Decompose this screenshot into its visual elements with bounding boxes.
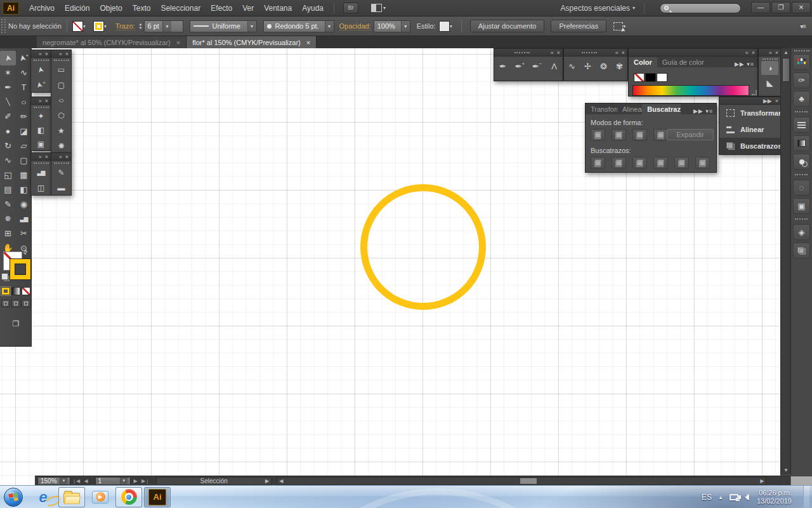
graphic-styles-panel-icon[interactable]: ▣ xyxy=(793,198,810,214)
taskbar-chrome[interactable] xyxy=(115,487,142,507)
collapse-icon[interactable]: « xyxy=(745,50,749,56)
fill-dropdown-icon[interactable]: ▾ xyxy=(83,23,86,29)
draw-normal-button[interactable] xyxy=(1,300,10,307)
cube-tool[interactable]: ◫ xyxy=(31,180,51,196)
panel-menu-icon[interactable]: ▶▶ ▾≡ xyxy=(735,61,757,67)
gradient-panel-icon[interactable] xyxy=(793,135,810,151)
control-bar-grip[interactable] xyxy=(1,19,6,33)
appearance-panel-icon[interactable]: ◌ xyxy=(793,180,810,196)
line-segment-tool[interactable]: ╲ xyxy=(0,95,16,109)
menu-seleccionar[interactable]: Seleccionar xyxy=(155,0,206,17)
tab-close-icon[interactable]: × xyxy=(306,39,310,46)
close-icon[interactable]: × xyxy=(65,154,69,160)
menu-edicion[interactable]: Edición xyxy=(60,0,95,17)
perspective-grid-tool[interactable]: ▦ xyxy=(16,168,32,182)
fit-document-button[interactable]: Ajustar documento xyxy=(470,20,545,32)
type-tool[interactable]: T xyxy=(16,80,32,95)
convert-anchor-point-tool[interactable]: Λ xyxy=(546,58,562,74)
stroke-weight-label[interactable]: Trazo: xyxy=(115,22,135,30)
panel-drag-handle[interactable] xyxy=(54,60,69,61)
close-icon[interactable]: × xyxy=(775,98,778,104)
close-icon[interactable]: × xyxy=(65,51,69,57)
collapse-icon[interactable]: « xyxy=(551,50,554,56)
close-icon[interactable]: × xyxy=(752,50,755,56)
isolate-selection-icon[interactable] xyxy=(613,22,623,30)
eyedropper-tool[interactable]: ✎ xyxy=(51,165,71,180)
close-button[interactable]: ✕ xyxy=(792,2,811,13)
tab-flor[interactable]: flor* al 150% (CMYK/Previsualizar) × xyxy=(187,36,317,48)
mesh-tool[interactable]: ▤ xyxy=(0,182,16,197)
scroll-down-icon[interactable]: ▼ xyxy=(781,466,791,475)
color-guide-panel-icon[interactable]: ◣ xyxy=(761,76,778,90)
scroll-left-icon[interactable]: ◀ xyxy=(277,478,285,485)
panel-drag-handle[interactable] xyxy=(34,60,49,61)
collapse-icon[interactable]: » xyxy=(769,50,772,56)
draw-inside-button[interactable] xyxy=(22,300,30,307)
star-tool[interactable]: ★ xyxy=(51,123,71,138)
next-page-icon[interactable]: ▶ ▶| xyxy=(134,478,150,484)
panel-drag-handle[interactable] xyxy=(34,107,49,108)
collapse-icon[interactable]: » xyxy=(59,154,62,160)
stroke-swatch[interactable] xyxy=(10,259,30,279)
warp-tool[interactable]: ✢ xyxy=(580,58,596,74)
show-hidden-icons[interactable]: ▲ xyxy=(718,495,723,500)
slice-tool[interactable]: ✂ xyxy=(16,226,32,241)
shape-builder-tool[interactable]: ◱ xyxy=(0,168,16,182)
panel-drag-handle[interactable] xyxy=(54,163,69,164)
rounded-rectangle-tool[interactable]: ▢ xyxy=(51,77,71,93)
start-button[interactable] xyxy=(4,488,23,507)
preferences-button[interactable]: Preferencias xyxy=(551,20,606,32)
control-panel-menu-icon[interactable]: ▾≡ xyxy=(800,23,806,30)
artboards-panel-icon[interactable] xyxy=(793,243,810,258)
opacity-label[interactable]: Opacidad: xyxy=(339,22,371,30)
rotate-tool[interactable]: ↻ xyxy=(0,138,16,153)
screen-mode-button[interactable]: ❐ xyxy=(0,318,32,330)
gradient-tool[interactable]: ◧ xyxy=(16,182,32,197)
free-transform-tool[interactable]: ▢ xyxy=(16,153,32,168)
stroke-stepper[interactable]: ▲▼ xyxy=(139,22,143,30)
collapse-icon[interactable]: » xyxy=(39,51,42,57)
measure-tool[interactable]: ▬ xyxy=(51,180,71,196)
pen-tool[interactable]: ✒ xyxy=(0,80,16,95)
none-button[interactable] xyxy=(22,287,30,295)
swatch-none[interactable] xyxy=(634,73,645,82)
pf-divide[interactable] xyxy=(591,157,605,169)
menu-ayuda[interactable]: Ayuda xyxy=(297,0,329,17)
fill-color-swatch[interactable] xyxy=(72,21,83,32)
volume-icon[interactable] xyxy=(745,494,749,500)
blend-tool[interactable]: ◉ xyxy=(16,197,32,211)
width-tool[interactable]: ∿ xyxy=(0,153,16,168)
pf-unite[interactable] xyxy=(591,129,605,141)
tab-negromate[interactable]: negromate* al 50% (CMYK/Previsualizar) × xyxy=(37,36,187,48)
layers-panel-icon[interactable]: ◈ xyxy=(793,224,810,240)
close-icon[interactable]: × xyxy=(775,50,778,56)
swatch-white[interactable] xyxy=(657,73,667,82)
transparency-panel-icon[interactable] xyxy=(793,154,810,170)
selection-tool[interactable]: ➤ xyxy=(0,51,16,65)
collapse-icon[interactable]: ▶▶ xyxy=(763,98,772,104)
opacity-field[interactable]: 100%▼ xyxy=(374,20,410,32)
panel-drag-handle[interactable] xyxy=(514,52,530,53)
color-spectrum[interactable] xyxy=(632,85,749,96)
menu-efecto[interactable]: Efecto xyxy=(206,0,237,17)
collapse-icon[interactable]: » xyxy=(39,154,42,160)
scroll-up-icon[interactable]: ▲ xyxy=(781,48,791,57)
search-input[interactable] xyxy=(660,3,741,13)
horizontal-scrollbar[interactable]: ◀ ▶ xyxy=(277,477,766,485)
close-icon[interactable]: × xyxy=(45,154,48,160)
panel-drag-handle[interactable] xyxy=(34,163,49,164)
close-icon[interactable]: × xyxy=(45,51,48,57)
dock-drag-handle[interactable] xyxy=(794,50,809,51)
taskbar-explorer[interactable] xyxy=(58,487,85,507)
tab-color[interactable]: Color xyxy=(629,57,657,67)
pf-outline[interactable] xyxy=(674,157,689,169)
vertical-scrollbar[interactable]: ▲ ▼ xyxy=(780,48,790,475)
stroke-panel-icon[interactable] xyxy=(793,117,810,133)
default-fill-stroke-icon[interactable] xyxy=(1,273,8,280)
delete-anchor-point-tool[interactable]: ✒− xyxy=(529,58,545,74)
pf-exclude[interactable] xyxy=(653,129,668,141)
menu-objeto[interactable]: Objeto xyxy=(95,0,127,17)
taskbar-illustrator[interactable]: Ai xyxy=(144,487,171,507)
tab-buscatrazos[interactable]: Buscatrazos xyxy=(642,104,681,114)
minimize-button[interactable]: — xyxy=(751,2,770,13)
